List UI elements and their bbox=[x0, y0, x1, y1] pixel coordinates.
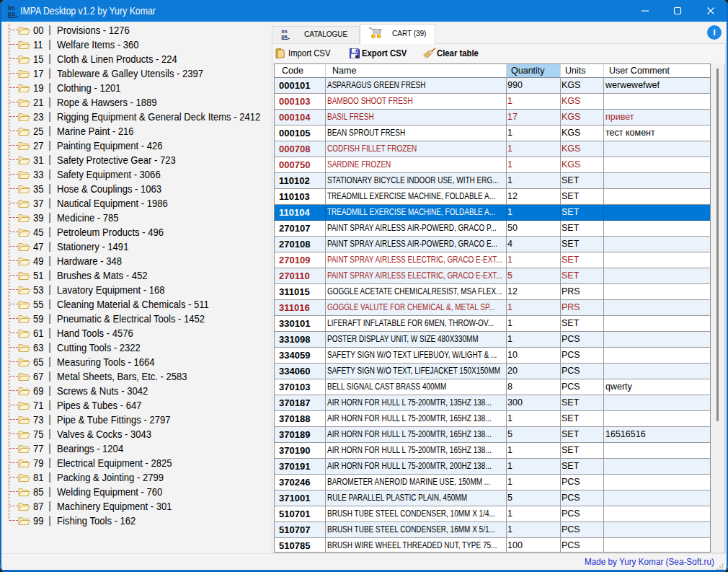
svg-text:pa: pa bbox=[281, 33, 288, 40]
svg-text:pa: pa bbox=[8, 10, 16, 17]
